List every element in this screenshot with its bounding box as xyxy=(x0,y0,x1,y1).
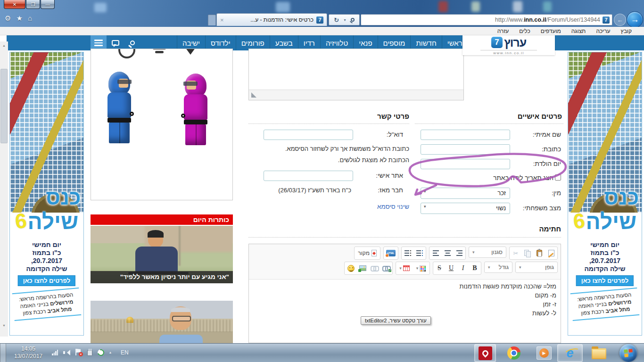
browser-tab[interactable]: 7 כרטיס אישי: הזדמנות - ע... × xyxy=(216,13,327,26)
site-logo[interactable]: ערוץ 7 www.inn.co.il xyxy=(462,35,555,55)
remove-link-button[interactable] xyxy=(369,263,380,274)
news-story-2[interactable] xyxy=(91,301,233,343)
insert-link-button[interactable] xyxy=(380,263,392,274)
italic-button[interactable]: I xyxy=(457,263,469,274)
address-favicon: 7 xyxy=(603,16,610,24)
hidden-icons-caret[interactable]: ▴ xyxy=(109,350,111,354)
favorites-star-icon[interactable]: ★ xyxy=(16,14,22,23)
website-input[interactable] xyxy=(264,171,353,181)
refresh-icon[interactable]: ↻ xyxy=(334,16,339,24)
insert-table-button[interactable]: ▾ xyxy=(396,263,413,274)
style-dropdown[interactable]: סגנון ▾ xyxy=(469,247,506,258)
gender-select[interactable]: זכר ▾ xyxy=(421,188,510,199)
favicon-seven-glyph: 7 xyxy=(604,17,607,23)
taskbar-clock[interactable]: 14:05 13/07/2017 xyxy=(8,345,49,360)
play-icon: ▶ xyxy=(539,348,549,358)
taskbar-internet-explorer[interactable]: e xyxy=(557,344,583,362)
browser-forward-button[interactable]: → xyxy=(627,11,643,27)
menu-view[interactable]: תצוגה xyxy=(571,28,586,34)
align-left-icon xyxy=(433,250,439,256)
show-birthdate-label: הצג תאריך לידה באתר xyxy=(462,174,553,181)
gear-icon[interactable]: ⚙ xyxy=(5,14,11,23)
signature-text-area[interactable]: מזל= שהכנה מוקדמת פוגשת הזדמנות מ- מקום … xyxy=(249,280,561,343)
taskbar-file-explorer[interactable] xyxy=(588,344,609,362)
align-left-button[interactable] xyxy=(430,247,441,259)
real-name-input[interactable] xyxy=(421,130,510,140)
sync-icon[interactable] xyxy=(96,348,105,357)
align-right-button[interactable] xyxy=(454,247,465,259)
font-dropdown[interactable]: גופן ▾ xyxy=(515,262,558,273)
sidebar-ad-left[interactable]: כנס שילה 6 יום חמישי כ"ו בתמוז 20.7.2017… xyxy=(9,52,84,336)
html-block-button[interactable]: HTML xyxy=(384,247,397,259)
ad-details-button[interactable]: לפרטים לחצו כאן xyxy=(576,275,634,286)
editor-toolbar: ✂ סגנון ▾ HTML xyxy=(249,244,561,280)
paste-from-word-button[interactable] xyxy=(545,247,557,259)
menu-tools[interactable]: כלים xyxy=(519,28,530,34)
numbered-list-button[interactable] xyxy=(414,247,425,259)
ad-title-number: 6 xyxy=(572,210,586,232)
clock-date: 13/07/2017 xyxy=(8,353,49,360)
scroll-down-icon[interactable]: ▼ xyxy=(0,321,8,329)
email-input[interactable] xyxy=(264,130,353,140)
insert-smiley-button[interactable] xyxy=(345,263,356,274)
personal-details-title: פרטים אישיים xyxy=(415,112,562,120)
birthday-input[interactable] xyxy=(421,159,510,169)
size-dropdown[interactable]: גודל ▾ xyxy=(484,262,512,273)
address-input[interactable] xyxy=(421,144,510,155)
scrollbar-thumb[interactable] xyxy=(0,69,8,143)
show-birthdate-checkbox[interactable] xyxy=(555,174,561,181)
search-caret-icon[interactable]: ▾ xyxy=(344,18,346,22)
underline-button[interactable]: U xyxy=(446,263,457,274)
sidebar-ad-right[interactable]: כנס שילה 6 יום חמישי כ"ו בתמוז 20.7.2017… xyxy=(568,52,642,336)
menu-edit[interactable]: עריכה xyxy=(596,28,610,34)
news1-person-head xyxy=(148,231,163,247)
bullet-list-button[interactable] xyxy=(402,247,413,259)
show-desktop-button[interactable] xyxy=(0,344,6,362)
text-color-button[interactable]: ▾ xyxy=(413,263,429,274)
browser-back-button[interactable]: ← xyxy=(614,14,626,26)
taskbar-chrome[interactable] xyxy=(504,344,523,362)
language-indicator[interactable]: EN xyxy=(121,349,129,356)
window-restore-button[interactable]: ❐ xyxy=(26,0,40,9)
page-scrollbar[interactable]: ▲ ▼ xyxy=(0,41,8,337)
action-center-flag-icon[interactable]: ✕ xyxy=(75,349,82,356)
logo-row: ערוץ 7 xyxy=(491,36,526,49)
url-prefix: http://www. xyxy=(495,16,524,23)
tab-close-icon[interactable]: × xyxy=(220,16,224,24)
address-bar[interactable]: 7 http://www.inn.co.il/Forum/User/134944 xyxy=(361,14,612,25)
start-button[interactable] xyxy=(619,344,637,362)
new-tab-button[interactable] xyxy=(208,15,216,25)
menu-help[interactable]: עזרה xyxy=(497,28,509,34)
copy-button[interactable] xyxy=(522,247,533,259)
taskbar-media-player[interactable]: ▶ xyxy=(534,344,554,362)
volume-icon[interactable] xyxy=(63,349,70,356)
search-icon[interactable] xyxy=(351,18,355,22)
broadcast-icon xyxy=(150,49,168,53)
cut-button[interactable]: ✂ xyxy=(510,247,521,259)
align-center-button[interactable] xyxy=(442,247,453,259)
resize-grip-icon[interactable] xyxy=(251,92,256,98)
underline-icon: U xyxy=(449,264,454,272)
source-button[interactable]: מקור xyxy=(355,247,380,259)
scroll-up-icon[interactable]: ▲ xyxy=(0,41,8,49)
insert-image-button[interactable] xyxy=(357,263,368,274)
home-icon[interactable]: ⌂ xyxy=(28,14,32,23)
marital-status-select[interactable]: נשוי ▾ xyxy=(421,203,510,214)
taskbar-adobe-reader[interactable] xyxy=(474,344,496,362)
menu-favorites[interactable]: מועדפים xyxy=(541,28,561,34)
strikethrough-button[interactable]: S xyxy=(434,263,445,274)
lego-figure-magenta xyxy=(182,74,210,145)
paste-button[interactable] xyxy=(534,247,545,259)
window-minimize-button[interactable]: — xyxy=(41,0,55,9)
real-name-label: שם אמיתי: xyxy=(512,131,561,138)
power-plug-icon[interactable] xyxy=(87,350,92,356)
change-password-link[interactable]: שינוי סיסמא xyxy=(330,203,409,210)
window-close-button[interactable]: ✕ xyxy=(4,0,25,9)
ad-title-row: שילה 6 xyxy=(10,211,83,232)
about-me-editor-remnant[interactable] xyxy=(248,49,464,100)
network-signal-icon[interactable] xyxy=(52,350,58,355)
ad-details-button[interactable]: לפרטים לחצו כאן xyxy=(18,275,75,286)
news-story-1[interactable]: "אני מגיע עם יותר ניסיון מאשר ללפיד" xyxy=(91,226,233,283)
menu-file[interactable]: קובץ xyxy=(621,28,632,34)
bold-button[interactable]: B xyxy=(469,263,480,274)
